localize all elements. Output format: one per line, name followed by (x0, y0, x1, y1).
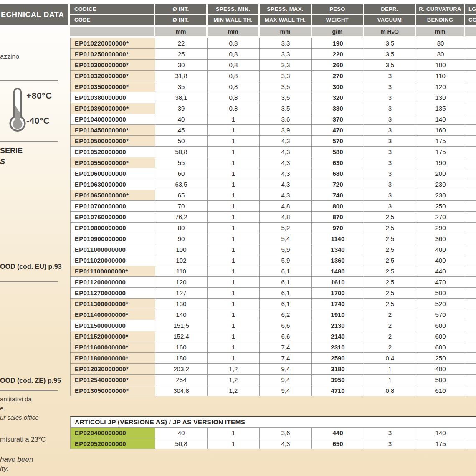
cell-value: 520 (416, 299, 465, 309)
cell-code: EP010500000000* (70, 136, 155, 147)
cell-empty (465, 125, 476, 136)
cell-value: 3 (364, 428, 416, 438)
cell-value: 250 (416, 201, 465, 212)
cell-code: EP013050000000* (70, 385, 155, 396)
table-units-row: mmmmmmg/mm H₂Omm (70, 27, 476, 36)
cell-value: 1 (364, 364, 416, 375)
cell-value: 160 (416, 125, 465, 136)
cell-value: 175 (416, 147, 465, 157)
table-row: EP010390000000*390,83,53303135 (70, 103, 476, 114)
cell-value: 2,5 (364, 288, 416, 299)
cell-value: 6,2 (260, 309, 312, 320)
cell-value: 3180 (312, 364, 364, 375)
cell-value: 400 (416, 364, 465, 375)
cell-value: 175 (416, 438, 465, 449)
cell-code: EP011600000000* (70, 342, 155, 353)
cell-value: 160 (155, 342, 208, 353)
cell-empty (465, 244, 476, 255)
header-cell: LG (465, 4, 476, 14)
cell-value: 740 (312, 190, 364, 201)
header-cell: Ø INT. (155, 15, 208, 25)
cell-value: 7,4 (260, 353, 312, 364)
table-row: EP010220000000*220,83,31903,580 (70, 38, 476, 49)
cell-empty (465, 103, 476, 114)
cell-value: 3 (364, 114, 416, 125)
cell-value: 50,8 (155, 147, 208, 157)
header-cell: CO (465, 15, 476, 25)
table-row: EP011400000000*14016,219102570 (70, 309, 476, 320)
cell-value: 3,5 (364, 38, 416, 49)
cell-value: 3 (364, 125, 416, 136)
cell-value: 2,5 (364, 212, 416, 223)
cell-value: 3 (364, 92, 416, 103)
header-cell: m H₂O (364, 27, 416, 36)
cell-value: 230 (416, 179, 465, 190)
cell-value: 50 (155, 136, 208, 147)
cell-value: 1 (208, 331, 260, 342)
sidebar-divider (0, 281, 58, 282)
cell-value: 6,6 (260, 320, 312, 331)
cell-value: 0,4 (364, 353, 416, 364)
table-row: EP011600000000*16017,423102600 (70, 342, 476, 353)
cell-code: EP010650000000* (70, 190, 155, 201)
table-row: EP011100000000*11016,114802,5440 (70, 266, 476, 277)
cell-code: EP010380000000 (70, 92, 155, 103)
cell-value: 180 (155, 353, 208, 364)
cell-empty (465, 353, 476, 364)
cell-value: 2,5 (364, 223, 416, 233)
cell-empty (465, 438, 476, 449)
table-row: EP0107000000007014,88003250 (70, 201, 476, 212)
cell-empty (465, 92, 476, 103)
cell-code: EP020520000000 (70, 438, 155, 449)
cell-value: 2310 (312, 342, 364, 353)
cell-value: 1 (208, 179, 260, 190)
cell-value: 6,1 (260, 299, 312, 309)
cell-code: EP011500000000 (70, 320, 155, 331)
header-cell: g/m (312, 27, 364, 36)
cell-value: 5,2 (260, 223, 312, 233)
table-row: EP010450000000*4513,94703160 (70, 125, 476, 136)
sidebar-divider (0, 141, 58, 142)
cell-value: 140 (155, 309, 208, 320)
cell-value: 320 (312, 92, 364, 103)
cell-code: EP011400000000* (70, 309, 155, 320)
footnote-min-quantity-line3: ur sales office (0, 414, 39, 421)
cell-value: 80 (155, 223, 208, 233)
cell-value: 2,5 (364, 277, 416, 288)
cell-value: 2 (364, 331, 416, 342)
cell-value: 1 (208, 342, 260, 353)
cell-value: 80 (416, 49, 465, 60)
cell-value: 3,3 (260, 49, 312, 60)
cell-value: 1 (208, 190, 260, 201)
cell-value: 400 (416, 255, 465, 266)
cell-value: 130 (416, 92, 465, 103)
cell-value: 3 (364, 168, 416, 179)
table-row: EP011300000000*13016,117402,5520 (70, 299, 476, 309)
cell-value: 470 (312, 125, 364, 136)
cell-value: 370 (312, 114, 364, 125)
cell-code: EP010300000000* (70, 60, 155, 71)
cell-empty (465, 157, 476, 168)
cell-code: EP010900000000 (70, 233, 155, 244)
cell-empty (465, 277, 476, 288)
table-row: EP01076000000076,214,88702,5270 (70, 212, 476, 223)
cell-value: 3950 (312, 375, 364, 385)
cell-value: 3 (364, 71, 416, 81)
cell-value: 4,3 (260, 190, 312, 201)
cell-value: 76,2 (155, 212, 208, 223)
table-row: EP010320000000*31,80,83,32703110 (70, 71, 476, 81)
cell-value: 630 (312, 157, 364, 168)
cell-value: 30 (155, 60, 208, 71)
footnote-english-line2: ity. (0, 465, 8, 473)
table-row: EP01100000000010015,913402,5400 (70, 244, 476, 255)
cell-value: 440 (312, 428, 364, 438)
header-cell: SPESS. MAX. (260, 4, 312, 14)
cell-value: 100 (416, 60, 465, 71)
cell-code: EP010320000000* (70, 71, 155, 81)
cell-value: 800 (312, 201, 364, 212)
table-row: EP011800000000*18017,425900,4250 (70, 353, 476, 364)
cell-value: 25 (155, 49, 208, 60)
cell-value: 6,1 (260, 266, 312, 277)
cell-value: 3,6 (260, 428, 312, 438)
table-row: EP010550000000*5514,36303190 (70, 157, 476, 168)
